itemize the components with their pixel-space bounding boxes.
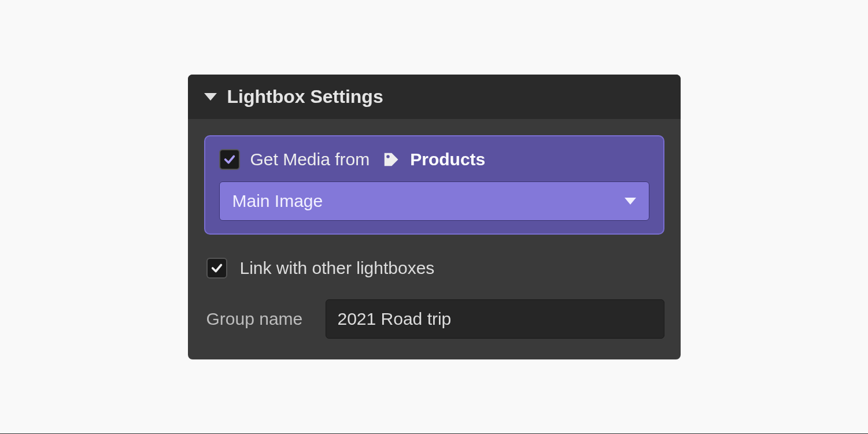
- media-row: Get Media from Products: [219, 149, 649, 170]
- dropdown-value: Main Image: [232, 191, 323, 211]
- link-lightboxes-checkbox[interactable]: [206, 258, 227, 279]
- svg-point-0: [386, 155, 390, 158]
- panel-header[interactable]: Lightbox Settings: [188, 75, 681, 119]
- get-media-label: Get Media from: [250, 150, 370, 169]
- group-name-row: Group name: [204, 299, 664, 343]
- panel-body: Get Media from Products Main Image Link …: [188, 119, 681, 359]
- collapse-triangle-icon: [204, 93, 217, 101]
- chevron-down-icon: [625, 198, 636, 205]
- tag-icon: [382, 151, 400, 168]
- group-name-input[interactable]: [326, 299, 664, 339]
- media-source-name: Products: [410, 150, 485, 169]
- checkmark-icon: [223, 153, 236, 166]
- checkmark-icon: [210, 262, 223, 275]
- link-lightboxes-label: Link with other lightboxes: [240, 258, 435, 278]
- panel-title: Lightbox Settings: [227, 86, 383, 107]
- lightbox-settings-panel: Lightbox Settings Get Media from Product…: [188, 75, 681, 359]
- group-name-label: Group name: [206, 309, 311, 329]
- media-image-dropdown[interactable]: Main Image: [219, 181, 649, 221]
- link-lightboxes-row: Link with other lightboxes: [204, 258, 664, 279]
- media-source-box: Get Media from Products Main Image: [204, 135, 664, 235]
- get-media-checkbox[interactable]: [219, 149, 240, 170]
